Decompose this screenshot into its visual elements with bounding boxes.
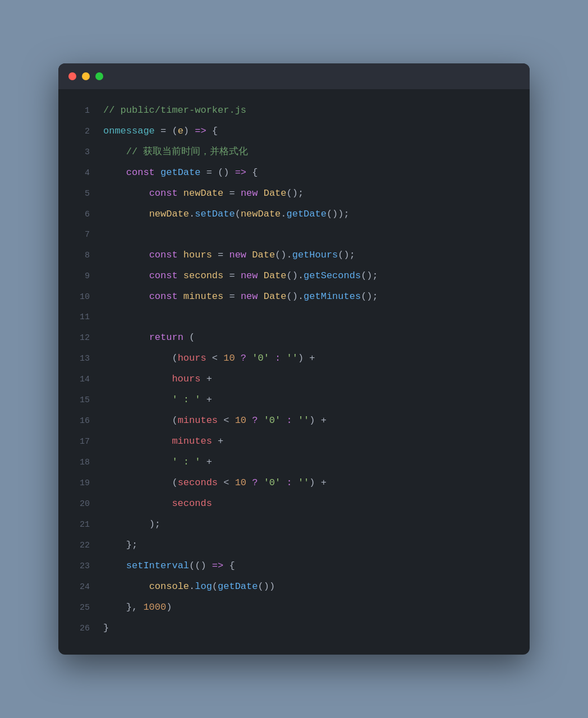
line-6: 6 newDate.setDate(newDate.getDate()); [58,204,530,225]
line-15: 15 ' : ' + [58,390,530,411]
line-20: 20 seconds [58,494,530,514]
line-3: 3 // 获取当前时间，并格式化 [58,142,530,163]
line-22: 22 }; [58,535,530,556]
line-21: 21 ); [58,514,530,535]
code-window: 1 // public/timer-worker.js 2 onmessage … [58,63,530,655]
line-26: 26 } [58,618,530,639]
line-24: 24 console.log(getDate()) [58,577,530,597]
line-25: 25 }, 1000) [58,597,530,618]
line-10: 10 const minutes = new Date().getMinutes… [58,287,530,307]
line-5: 5 const newDate = new Date(); [58,183,530,204]
maximize-button[interactable] [95,72,103,80]
line-18: 18 ' : ' + [58,452,530,473]
line-1: 1 // public/timer-worker.js [58,100,530,121]
minimize-button[interactable] [82,72,90,80]
line-2: 2 onmessage = (e) => { [58,121,530,142]
line-8: 8 const hours = new Date().getHours(); [58,245,530,266]
code-editor: 1 // public/timer-worker.js 2 onmessage … [58,89,530,655]
line-17: 17 minutes + [58,431,530,452]
line-23: 23 setInterval(() => { [58,556,530,577]
close-button[interactable] [68,72,76,80]
line-11: 11 [58,307,530,328]
line-13: 13 (hours < 10 ? '0' : '') + [58,348,530,369]
line-9: 9 const seconds = new Date().getSeconds(… [58,266,530,287]
line-4: 4 const getDate = () => { [58,163,530,183]
titlebar [58,63,530,89]
line-12: 12 return ( [58,328,530,348]
line-7: 7 [58,225,530,245]
line-14: 14 hours + [58,369,530,390]
line-16: 16 (minutes < 10 ? '0' : '') + [58,411,530,431]
line-19: 19 (seconds < 10 ? '0' : '') + [58,473,530,494]
